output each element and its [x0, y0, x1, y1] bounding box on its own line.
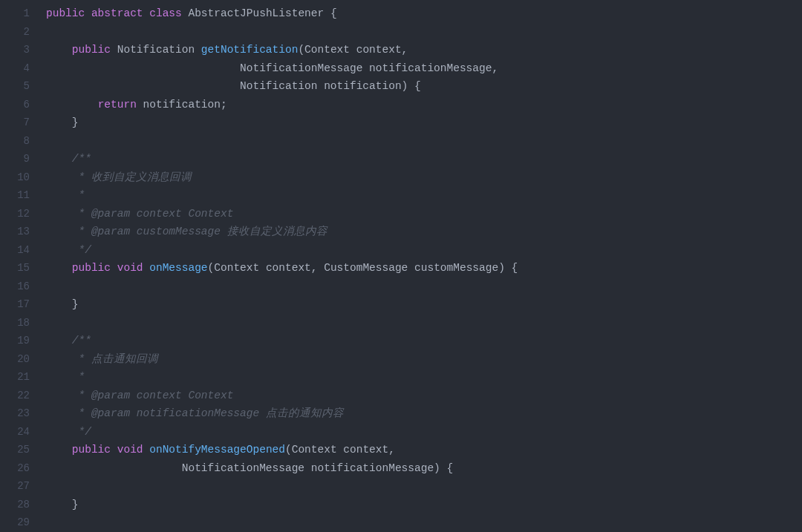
line-number: 9: [0, 150, 30, 168]
line-number: 12: [0, 205, 30, 223]
code-token: Context context, CustomMessage customMes…: [214, 262, 518, 274]
code-line[interactable]: public void onMessage(Context context, C…: [46, 259, 802, 278]
line-number: 25: [0, 441, 30, 459]
line-number: 18: [0, 314, 30, 332]
line-number: 24: [0, 423, 30, 441]
code-token: void: [117, 262, 143, 274]
code-line[interactable]: }: [46, 114, 802, 132]
code-token: return: [98, 99, 137, 111]
code-line[interactable]: * @param notificationMessage 点击的通知内容: [46, 404, 802, 423]
line-number: 14: [0, 241, 30, 260]
code-token: [46, 44, 72, 56]
code-line[interactable]: public abstract class AbstractJPushListe…: [46, 4, 802, 23]
code-token: [46, 262, 72, 274]
code-token: }: [46, 298, 79, 310]
code-token: onNotifyMessageOpened: [149, 444, 285, 456]
code-line[interactable]: */: [46, 241, 802, 260]
code-line[interactable]: /**: [46, 150, 802, 168]
code-token: public: [72, 262, 111, 274]
line-number: 22: [0, 387, 30, 405]
code-token: * @param context Context: [46, 208, 233, 220]
code-line[interactable]: /**: [46, 332, 802, 350]
line-number: 13: [0, 223, 30, 241]
code-line[interactable]: NotificationMessage notificationMessage)…: [46, 459, 802, 478]
code-line[interactable]: return notification;: [46, 96, 802, 114]
code-token: [143, 7, 150, 19]
code-token: }: [46, 499, 79, 510]
code-token: [85, 7, 91, 19]
code-token: onMessage: [149, 262, 207, 274]
code-token: [46, 444, 72, 456]
line-number: 11: [0, 186, 30, 205]
code-line[interactable]: *: [46, 368, 802, 387]
code-token: * 收到自定义消息回调: [46, 171, 192, 183]
code-line[interactable]: [46, 132, 802, 151]
line-number: 3: [0, 41, 30, 59]
line-number: 7: [0, 114, 30, 132]
code-line[interactable]: Notification notification) {: [46, 77, 802, 96]
code-line[interactable]: * @param customMessage 接收自定义消息内容: [46, 223, 802, 241]
line-number: 15: [0, 259, 30, 278]
code-line[interactable]: [46, 23, 802, 42]
code-token: (: [298, 44, 304, 56]
code-line[interactable]: * @param context Context: [46, 205, 802, 223]
code-token: (: [208, 262, 215, 274]
code-token: * @param notificationMessage 点击的通知内容: [46, 407, 344, 419]
code-line[interactable]: NotificationMessage notificationMessage,: [46, 59, 802, 78]
line-number: 10: [0, 168, 30, 187]
code-line[interactable]: }: [46, 295, 802, 314]
line-number: 26: [0, 459, 30, 478]
code-token: [143, 262, 150, 274]
code-line[interactable]: public Notification getNotification(Cont…: [46, 41, 802, 59]
code-token: }: [46, 116, 79, 128]
code-line[interactable]: [46, 477, 802, 496]
line-number: 27: [0, 477, 30, 496]
code-token: (: [285, 444, 292, 456]
code-token: Notification notification) {: [46, 80, 421, 92]
code-token: Notification: [117, 44, 195, 56]
line-number: 16: [0, 278, 30, 296]
code-token: * @param customMessage 接收自定义消息内容: [46, 226, 327, 237]
code-line[interactable]: [46, 513, 802, 532]
line-number: 19: [0, 332, 30, 350]
code-line[interactable]: public void onNotifyMessageOpened(Contex…: [46, 441, 802, 459]
line-number: 8: [0, 132, 30, 151]
code-token: *: [46, 189, 85, 201]
code-line[interactable]: *: [46, 186, 802, 205]
line-number: 4: [0, 59, 30, 78]
code-token: /**: [46, 153, 91, 165]
code-line[interactable]: [46, 278, 802, 296]
code-token: {: [324, 7, 336, 19]
code-token: * 点击通知回调: [46, 353, 158, 365]
line-number: 21: [0, 368, 30, 387]
code-token: public: [72, 44, 111, 56]
code-token: [195, 44, 201, 56]
line-number: 1: [0, 4, 30, 23]
code-token: *: [46, 371, 85, 383]
code-token: NotificationMessage notificationMessage,: [46, 62, 498, 74]
code-token: void: [117, 444, 143, 456]
code-token: getNotification: [201, 44, 299, 56]
code-token: abstract: [91, 7, 143, 19]
code-token: AbstractJPushListener: [188, 7, 324, 19]
code-token: */: [46, 244, 91, 256]
line-number: 28: [0, 496, 30, 514]
code-line[interactable]: * 收到自定义消息回调: [46, 168, 802, 187]
code-token: public: [72, 444, 111, 456]
code-line[interactable]: [46, 314, 802, 332]
code-line[interactable]: * @param context Context: [46, 387, 802, 405]
code-token: * @param context Context: [46, 390, 233, 401]
code-token: Context context,: [304, 44, 408, 56]
code-token: [46, 99, 98, 111]
code-editor-content[interactable]: public abstract class AbstractJPushListe…: [39, 0, 802, 532]
code-token: class: [149, 7, 182, 19]
line-number-gutter: 1234567891011121314151617181920212223242…: [0, 0, 39, 532]
code-line[interactable]: */: [46, 423, 802, 441]
line-number: 2: [0, 23, 30, 42]
line-number: 6: [0, 96, 30, 114]
line-number: 20: [0, 350, 30, 369]
line-number: 29: [0, 513, 30, 532]
code-line[interactable]: * 点击通知回调: [46, 350, 802, 369]
code-line[interactable]: }: [46, 496, 802, 514]
code-token: NotificationMessage notificationMessage)…: [46, 462, 453, 474]
